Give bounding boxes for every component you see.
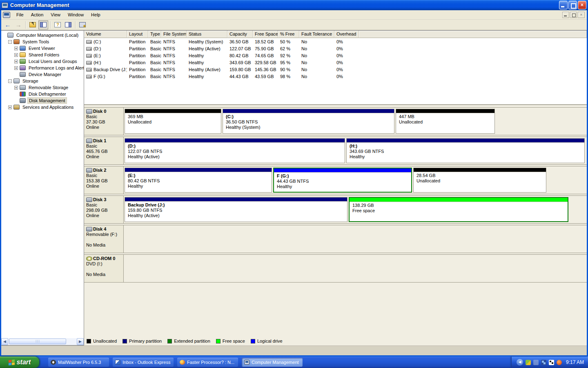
- disk-label[interactable]: Disk 2Basic153.38 GBOnline: [84, 166, 124, 194]
- tray-shield-icon[interactable]: [526, 360, 531, 365]
- disk-label[interactable]: Disk 4Removable (F:) No Media: [84, 225, 124, 253]
- disk-label[interactable]: Disk 1Basic465.76 GBOnline: [84, 137, 124, 164]
- column-header-capacity[interactable]: Capacity: [227, 31, 253, 38]
- taskbar-task-firefox[interactable]: Faster Processor? : N...: [177, 358, 238, 367]
- menu-action[interactable]: Action: [27, 11, 47, 18]
- restore-button[interactable]: [568, 1, 577, 9]
- column-header-file-system[interactable]: File System: [161, 31, 187, 38]
- tray-network-icon[interactable]: [541, 360, 546, 365]
- tree-item-computer-management-local[interactable]: Computer Management (Local): [2, 32, 84, 38]
- tree-item-performance-logs-and-alerts[interactable]: +Performance Logs and Alerts: [2, 65, 84, 71]
- volume-cell: 36.50 GB: [227, 39, 253, 44]
- column-header-type[interactable]: Type: [148, 31, 161, 38]
- volume-row[interactable]: (C:)PartitionBasicNTFSHealthy (System)36…: [84, 38, 587, 45]
- volume-cell: 90 %: [278, 67, 299, 72]
- volume-row[interactable]: (E:)PartitionBasicNTFSHealthy80.42 GB74.…: [84, 52, 587, 59]
- start-button[interactable]: start: [0, 357, 39, 368]
- systemtools-icon: [13, 39, 20, 44]
- scrollbar-thumb[interactable]: [9, 339, 66, 344]
- partition-h[interactable]: (H:)343.69 GB NTFSHealthy: [346, 138, 585, 163]
- collapse-minus-icon[interactable]: -: [8, 79, 12, 83]
- expand-plus-icon[interactable]: +: [8, 105, 12, 109]
- close-button[interactable]: ×: [578, 1, 586, 9]
- partition-unallocated[interactable]: 28.54 GBUnallocated: [413, 168, 546, 193]
- back-button[interactable]: ←: [3, 20, 13, 29]
- disk-label[interactable]: Disk 0Basic37.30 GBOnline: [84, 108, 124, 135]
- tree-item-services-and-applications[interactable]: +Services and Applications: [2, 104, 84, 110]
- expand-plus-icon[interactable]: +: [14, 86, 18, 90]
- up-one-level-button[interactable]: [28, 20, 38, 29]
- expand-plus-icon[interactable]: +: [14, 66, 18, 70]
- expand-plus-icon[interactable]: +: [14, 60, 18, 63]
- column-header-volume[interactable]: Volume: [84, 31, 127, 38]
- console-icon[interactable]: [3, 12, 10, 18]
- partition-unallocated[interactable]: 447 MBUnallocated: [396, 109, 495, 134]
- disk-label[interactable]: CD-ROM 0DVD (I:) No Media: [84, 255, 124, 282]
- partition-color-band: [223, 109, 394, 113]
- scrollbar-track[interactable]: [8, 338, 77, 345]
- tree-item-label: Disk Defragmenter: [27, 91, 67, 97]
- taskbar-task-cm[interactable]: Computer Management: [242, 358, 303, 367]
- show-hide-console-tree-button[interactable]: [38, 20, 48, 29]
- partition-color-band: [350, 198, 568, 202]
- tree-item-storage[interactable]: -Storage: [2, 78, 84, 84]
- tree-item-disk-defragmenter[interactable]: Disk Defragmenter: [2, 91, 84, 97]
- tree-item-shared-folders[interactable]: +Shared Folders: [2, 52, 84, 58]
- forward-button[interactable]: →: [13, 20, 23, 29]
- child-restore-button[interactable]: [570, 12, 577, 18]
- partition-d[interactable]: (D:)122.07 GB NTFSHealthy (Active): [125, 138, 345, 163]
- volume-row[interactable]: F (G:)PartitionBasicNTFSHealthy44.43 GB4…: [84, 73, 587, 80]
- show-action-pane-button[interactable]: [63, 20, 73, 29]
- partition-backup-drive-j[interactable]: Backup Drive (J:)159.80 GB NTFSHealthy (…: [125, 197, 347, 222]
- tree-item-removable-storage[interactable]: +Removable Storage: [2, 84, 84, 91]
- taskbar-task-outlook[interactable]: Inbox - Outlook Express: [113, 358, 174, 367]
- column-header-status[interactable]: Status: [187, 31, 227, 38]
- console-tree-panel: Computer Management (Local)-System Tools…: [1, 30, 84, 346]
- partition-unallocated[interactable]: 369 MBUnallocated: [125, 109, 221, 134]
- column-header-overhead[interactable]: Overhead: [334, 31, 359, 38]
- column-header--free[interactable]: % Free: [278, 31, 299, 38]
- volume-drive-icon: [86, 40, 92, 44]
- menu-file[interactable]: File: [13, 11, 27, 18]
- help-topics-button[interactable]: [53, 20, 62, 29]
- volume-cell: NTFS: [161, 67, 187, 72]
- tree-item-device-manager[interactable]: Device Manager: [2, 71, 84, 78]
- scroll-right-arrow[interactable]: ▶: [77, 338, 84, 345]
- tree-item-system-tools[interactable]: -System Tools: [2, 38, 84, 45]
- tree-horizontal-scrollbar[interactable]: ◀ ▶: [1, 338, 84, 345]
- tree-item-event-viewer[interactable]: +Event Viewer: [2, 45, 84, 52]
- volume-row[interactable]: Backup Drive (J:)PartitionBasicNTFSHealt…: [84, 66, 587, 73]
- tray-faded-icon[interactable]: [533, 360, 539, 365]
- volume-row[interactable]: (H:)PartitionBasicNTFSHealthy343.69 GB32…: [84, 59, 587, 66]
- child-minimize-button[interactable]: [562, 12, 569, 18]
- column-header-fault-tolerance[interactable]: Fault Tolerance: [299, 31, 334, 38]
- partition-c[interactable]: (C:)36.50 GB NTFSHealthy (System): [223, 109, 394, 134]
- menu-window[interactable]: Window: [64, 11, 87, 18]
- volume-cell: 95 %: [278, 60, 299, 65]
- firefox-icon: [180, 360, 185, 365]
- tray-orange-icon[interactable]: [557, 360, 562, 365]
- tree-item-local-users-and-groups[interactable]: +Local Users and Groups: [2, 58, 84, 65]
- partition-e[interactable]: (E:)80.42 GB NTFSHealthy: [125, 168, 272, 193]
- partition-f-g[interactable]: F (G:)44.43 GB NTFSHealthy: [273, 168, 412, 193]
- child-close-button[interactable]: ×: [578, 12, 585, 18]
- tray-cow-icon[interactable]: [549, 360, 554, 365]
- column-header-layout[interactable]: Layout: [127, 31, 148, 38]
- minimize-button[interactable]: [559, 1, 568, 9]
- tree-item-disk-management[interactable]: Disk Management: [2, 97, 84, 104]
- export-list-button[interactable]: [78, 20, 87, 29]
- menu-view[interactable]: View: [47, 11, 64, 18]
- partition-title: Backup Drive (J:): [128, 202, 165, 207]
- collapse-minus-icon[interactable]: -: [8, 40, 12, 44]
- taskbar-task-mailwasher[interactable]: MailWasher Pro 6.5.3: [48, 358, 109, 367]
- volume-row[interactable]: (D:)PartitionBasicNTFSHealthy (Active)12…: [84, 45, 587, 52]
- menu-help[interactable]: Help: [87, 11, 104, 18]
- disk-label[interactable]: Disk 3Basic298.09 GBOnline: [84, 196, 124, 223]
- expand-plus-icon[interactable]: +: [14, 47, 18, 50]
- partition-freespace[interactable]: 138.29 GBFree space: [349, 197, 568, 222]
- title-bar[interactable]: Computer Management ×: [0, 0, 588, 10]
- scroll-left-arrow[interactable]: ◀: [1, 338, 8, 345]
- hidden-icons-chevron[interactable]: ◀: [517, 359, 523, 366]
- expand-plus-icon[interactable]: +: [14, 53, 18, 57]
- column-header-free-space[interactable]: Free Space: [253, 31, 278, 38]
